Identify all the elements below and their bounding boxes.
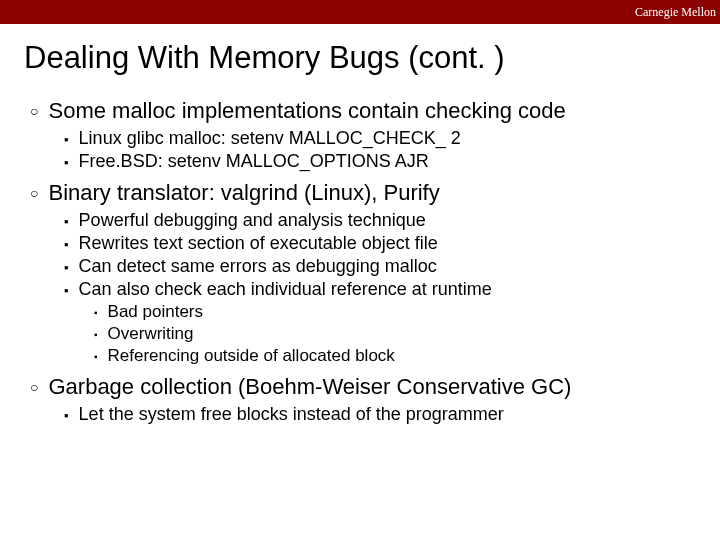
text-span: Linux glibc malloc: bbox=[79, 128, 231, 148]
list-item: ▪ Overwriting bbox=[94, 324, 704, 344]
list-item: ▪ Free.BSD: setenv MALLOC_OPTIONS AJR bbox=[64, 151, 704, 172]
hollow-circle-icon: ○ bbox=[30, 380, 38, 394]
code-span: setenv MALLOC_CHECK_ 2 bbox=[231, 128, 461, 148]
list-item-text: Overwriting bbox=[108, 324, 194, 344]
square-bullet-icon: ▪ bbox=[64, 284, 69, 297]
square-bullet-icon: ▪ bbox=[64, 261, 69, 274]
list-item: ○ Garbage collection (Boehm-Weiser Conse… bbox=[30, 374, 704, 425]
hollow-circle-icon: ○ bbox=[30, 186, 38, 200]
list-item: ○ Some malloc implementations contain ch… bbox=[30, 98, 704, 172]
bullet-list-level2: ▪ Let the system free blocks instead of … bbox=[30, 404, 704, 425]
list-item-text: Can also check each individual reference… bbox=[79, 279, 492, 300]
list-item: ▪ Can also check each individual referen… bbox=[64, 279, 704, 366]
list-item: ▪ Rewrites text section of executable ob… bbox=[64, 233, 704, 254]
list-item: ▪ Can detect same errors as debugging ma… bbox=[64, 256, 704, 277]
square-bullet-icon: ▪ bbox=[94, 330, 98, 340]
list-item-text: Garbage collection (Boehm-Weiser Conserv… bbox=[48, 374, 571, 400]
text-span: Free.BSD: bbox=[79, 151, 168, 171]
list-item-text: Let the system free blocks instead of th… bbox=[79, 404, 504, 425]
list-item-text: Linux glibc malloc: setenv MALLOC_CHECK_… bbox=[79, 128, 461, 149]
list-item-text: Can detect same errors as debugging mall… bbox=[79, 256, 437, 277]
list-item-text: Referencing outside of allocated block bbox=[108, 346, 395, 366]
code-span: setenv MALLOC_OPTIONS AJR bbox=[168, 151, 429, 171]
list-item: ▪ Let the system free blocks instead of … bbox=[64, 404, 704, 425]
slide-content: Dealing With Memory Bugs (cont. ) ○ Some… bbox=[24, 40, 704, 433]
list-item: ▪ Referencing outside of allocated block bbox=[94, 346, 704, 366]
list-item-text: Powerful debugging and analysis techniqu… bbox=[79, 210, 426, 231]
list-item: ▪ Bad pointers bbox=[94, 302, 704, 322]
list-item-text: Bad pointers bbox=[108, 302, 203, 322]
list-item-text: Some malloc implementations contain chec… bbox=[48, 98, 565, 124]
list-item: ○ Binary translator: valgrind (Linux), P… bbox=[30, 180, 704, 366]
square-bullet-icon: ▪ bbox=[94, 352, 98, 362]
square-bullet-icon: ▪ bbox=[94, 308, 98, 318]
code-span: malloc bbox=[385, 256, 437, 276]
bullet-list-level3: ▪ Bad pointers ▪ Overwriting bbox=[64, 302, 704, 366]
list-item: ▪ Powerful debugging and analysis techni… bbox=[64, 210, 704, 231]
list-item-text: Rewrites text section of executable obje… bbox=[79, 233, 438, 254]
list-item-text: Binary translator: valgrind (Linux), Pur… bbox=[48, 180, 439, 206]
slide-title: Dealing With Memory Bugs (cont. ) bbox=[24, 40, 704, 76]
list-item-text: Free.BSD: setenv MALLOC_OPTIONS AJR bbox=[79, 151, 429, 172]
square-bullet-icon: ▪ bbox=[64, 215, 69, 228]
list-item: ▪ Linux glibc malloc: setenv MALLOC_CHEC… bbox=[64, 128, 704, 149]
square-bullet-icon: ▪ bbox=[64, 238, 69, 251]
bullet-list-level2: ▪ Powerful debugging and analysis techni… bbox=[30, 210, 704, 366]
text-span: Can detect same errors as debugging bbox=[79, 256, 385, 276]
bullet-list-level1: ○ Some malloc implementations contain ch… bbox=[24, 98, 704, 425]
bullet-list-level2: ▪ Linux glibc malloc: setenv MALLOC_CHEC… bbox=[30, 128, 704, 172]
header-org-label: Carnegie Mellon bbox=[635, 5, 716, 20]
hollow-circle-icon: ○ bbox=[30, 104, 38, 118]
header-bar: Carnegie Mellon bbox=[0, 0, 720, 24]
square-bullet-icon: ▪ bbox=[64, 156, 69, 169]
square-bullet-icon: ▪ bbox=[64, 133, 69, 146]
square-bullet-icon: ▪ bbox=[64, 409, 69, 422]
